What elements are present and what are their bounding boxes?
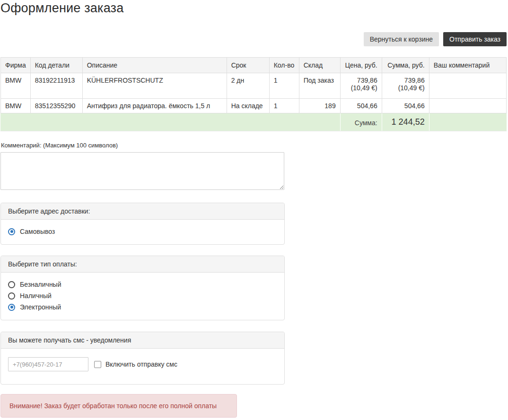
cell-description: KÜHLERFROSTSCHUTZ	[82, 73, 227, 99]
radio-label: Безналичный	[20, 281, 61, 288]
cell-stock: Под заказ	[299, 73, 340, 99]
cell-your-comment	[429, 73, 506, 99]
total-comment-spacer	[429, 113, 506, 131]
price-rub: 739,86	[345, 77, 377, 84]
cell-sum: 739,86 (10,49 €)	[382, 73, 429, 99]
cell-quantity: 1	[269, 73, 299, 99]
table-header-row: Фирма Код детали Описание Срок Кол-во Ск…	[1, 58, 507, 73]
cell-brand: BMW	[1, 99, 31, 113]
submit-order-button[interactable]: Отправить заказ	[443, 32, 507, 46]
order-items-table: Фирма Код детали Описание Срок Кол-во Ск…	[0, 57, 507, 131]
radio-label: Самовывоз	[20, 228, 55, 235]
sum-eur: (10,49 €)	[386, 84, 425, 92]
sms-notifications-panel: Вы можете получать смс - уведомления Вкл…	[0, 332, 285, 385]
delivery-option-pickup[interactable]: Самовывоз	[8, 226, 277, 237]
cell-stock: 189	[299, 99, 340, 113]
radio-icon	[8, 281, 15, 288]
cell-sum: 504,66	[382, 99, 429, 113]
header-sum-rub: Сумма, руб.	[382, 58, 429, 73]
payment-warning-message: Внимание! Заказ будет обработан только п…	[0, 394, 237, 418]
delivery-address-panel: Выберите адрес доставки: Самовывоз	[0, 203, 285, 245]
cell-quantity: 1	[269, 99, 299, 113]
header-part-code: Код детали	[30, 58, 82, 73]
cell-term: 2 дн	[227, 73, 269, 99]
phone-number-input[interactable]	[8, 357, 88, 371]
total-label: Сумма:	[340, 113, 382, 131]
back-to-cart-button[interactable]: Вернуться к корзине	[364, 32, 439, 46]
header-price-rub: Цена, руб.	[340, 58, 382, 73]
header-quantity: Кол-во	[269, 58, 299, 73]
header-term: Срок	[227, 58, 269, 73]
total-spacer	[1, 113, 341, 131]
header-description: Описание	[82, 58, 227, 73]
cell-description: Антифриз для радиатора. ёмкость 1,5 л	[82, 99, 227, 113]
cell-part-code: 83192211913	[30, 73, 82, 99]
cell-part-code: 83512355290	[30, 99, 82, 113]
cell-term: На складе	[227, 99, 269, 113]
sms-panel-header: Вы можете получать смс - уведомления	[1, 332, 284, 349]
comment-textarea[interactable]	[0, 152, 284, 190]
comment-label: Комментарий: (Максимум 100 символов)	[1, 142, 507, 149]
radio-label: Электронный	[20, 303, 61, 311]
payment-option-electronic[interactable]: Электронный	[8, 301, 277, 313]
page-title: Оформление заказа	[0, 1, 507, 16]
cell-price: 504,66	[340, 99, 382, 113]
checkbox-label: Включить отправку смс	[105, 360, 177, 368]
price-eur: (10,49 €)	[345, 84, 377, 92]
delivery-panel-header: Выберите адрес доставки:	[1, 203, 284, 220]
top-action-bar: Вернуться к корзине Отправить заказ	[0, 32, 507, 46]
payment-panel-header: Выберите тип оплаты:	[1, 256, 284, 273]
cell-brand: BMW	[1, 73, 31, 99]
header-your-comment: Ваш комментарий	[429, 58, 506, 73]
table-row: BMW 83512355290 Антифриз для радиатора. …	[1, 99, 507, 113]
total-value: 1 244,52	[382, 113, 429, 131]
radio-label: Наличный	[20, 292, 52, 300]
radio-icon	[8, 228, 15, 235]
total-row: Сумма: 1 244,52	[1, 113, 507, 131]
cell-your-comment	[429, 99, 506, 113]
radio-icon	[8, 292, 15, 300]
sum-rub: 739,86	[386, 77, 425, 84]
payment-option-cash[interactable]: Наличный	[8, 290, 277, 301]
table-row: BMW 83192211913 KÜHLERFROSTSCHUTZ 2 дн 1…	[1, 73, 507, 99]
checkbox-icon	[94, 361, 101, 368]
payment-option-cashless[interactable]: Безналичный	[8, 279, 277, 290]
header-brand: Фирма	[1, 58, 31, 73]
radio-icon	[8, 304, 15, 311]
enable-sms-checkbox[interactable]: Включить отправку смс	[94, 360, 177, 368]
header-stock: Склад	[299, 58, 340, 73]
cell-price: 739,86 (10,49 €)	[340, 73, 382, 99]
payment-type-panel: Выберите тип оплаты: Безналичный Наличны…	[0, 256, 285, 320]
